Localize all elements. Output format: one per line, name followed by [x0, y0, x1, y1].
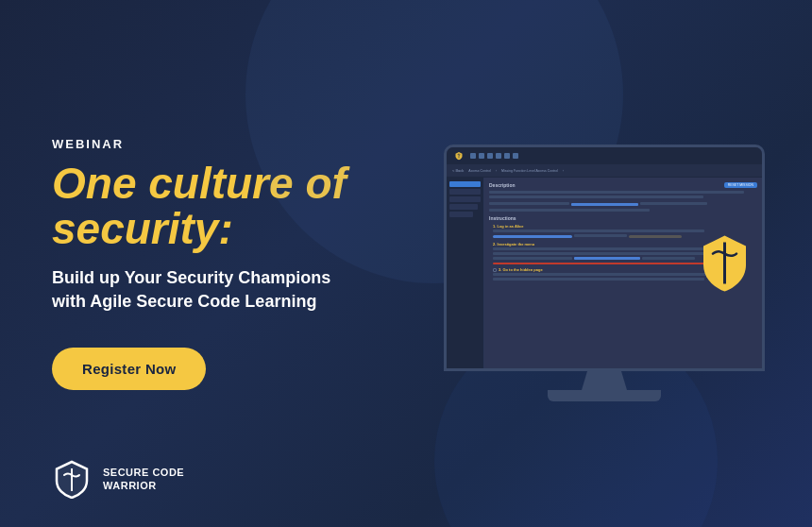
- step2-warning: [493, 263, 704, 264]
- step1-password: [629, 235, 682, 238]
- monitor-stand-neck: [576, 371, 633, 390]
- scw-shield-screen: [699, 233, 751, 296]
- step1-line1: [493, 230, 704, 232]
- instructions-label: Instructions: [489, 215, 516, 221]
- desc-line1: [489, 191, 744, 194]
- desc-line2: [489, 196, 703, 198]
- desc-line3b: [640, 202, 707, 205]
- screen-content: < Back Access Control › Missing Function…: [447, 147, 762, 368]
- description-section: Description RESET MISSION: [489, 182, 757, 188]
- desc-line4: [489, 209, 650, 212]
- register-button[interactable]: Register Now: [52, 348, 206, 390]
- scw-logo-icon: [52, 459, 92, 499]
- description-label: Description: [489, 182, 516, 188]
- logo-area: SECURE CODE WARRIOR: [52, 459, 184, 499]
- step3-line2: [493, 278, 704, 280]
- desc-line3a: [489, 202, 569, 205]
- shield-icon-screen: [699, 233, 751, 295]
- monitor-stand-base: [548, 390, 661, 401]
- step1-line2: [574, 234, 627, 237]
- step2-line3a: [493, 257, 572, 260]
- reset-mission-btn: RESET MISSION: [724, 182, 757, 188]
- step3-title: 3. Go to the hidden page: [499, 267, 543, 272]
- desc-link: [571, 203, 638, 206]
- monitor: < Back Access Control › Missing Function…: [444, 144, 765, 371]
- screen-sidebar: [447, 178, 484, 368]
- subtitle: Build up Your Security Champions with Ag…: [52, 266, 349, 314]
- step3-checkbox: [493, 268, 497, 272]
- main-title-line2: security:: [52, 204, 233, 253]
- back-arrow: < Back: [452, 168, 464, 173]
- logo-text: SECURE CODE WARRIOR: [103, 466, 184, 493]
- screen-main: Description RESET MISSION: [447, 178, 762, 368]
- step1-title: 1. Log in as Alice: [493, 224, 757, 229]
- screen-nav: < Back Access Control › Missing Function…: [447, 164, 762, 178]
- monitor-wrapper: < Back Access Control › Missing Function…: [444, 144, 765, 401]
- scw-logo-small: [454, 151, 464, 161]
- step2-line2: [493, 252, 704, 255]
- instructions-header: Instructions: [489, 215, 757, 221]
- breadcrumb-sep-arrow: ›: [496, 169, 497, 173]
- breadcrumb-separator1: Access Control: [468, 169, 491, 173]
- screen-topbar: [447, 147, 762, 164]
- step1-input: [493, 235, 572, 238]
- breadcrumb-item2: Missing Function Level Access Control: [501, 169, 558, 173]
- step2-link: [574, 257, 640, 260]
- right-content: < Back Access Control › Missing Function…: [397, 0, 812, 527]
- step2-line3b: [642, 257, 695, 260]
- logo-line2: WARRIOR: [103, 479, 184, 492]
- logo-line1: SECURE CODE: [103, 466, 184, 479]
- main-container: WEBINAR One culture of security: Build u…: [0, 0, 812, 527]
